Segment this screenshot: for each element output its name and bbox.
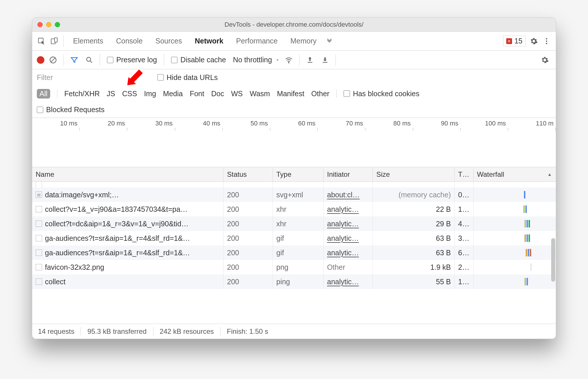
cell-initiator[interactable]: about:cl…: [324, 187, 373, 202]
type-js[interactable]: JS: [107, 90, 115, 98]
hide-data-urls-checkbox[interactable]: Hide data URLs: [157, 73, 218, 82]
tab-elements[interactable]: Elements: [67, 32, 110, 50]
timeline-overview[interactable]: 10 ms20 ms30 ms40 ms50 ms60 ms70 ms80 ms…: [32, 118, 556, 167]
type-ws[interactable]: WS: [231, 90, 243, 98]
inspect-element-icon[interactable]: [35, 35, 48, 48]
svg-rect-2: [55, 38, 57, 42]
settings-icon[interactable]: [527, 35, 540, 48]
timeline-tick: 70 ms: [318, 120, 365, 127]
cell-type: [273, 182, 324, 187]
column-status[interactable]: Status: [224, 167, 273, 181]
tab-memory[interactable]: Memory: [284, 32, 323, 50]
column-size[interactable]: Size: [373, 167, 455, 181]
status-bar: 14 requests 95.3 kB transferred 242 kB r…: [32, 324, 556, 339]
search-icon[interactable]: [83, 54, 96, 66]
checkbox-icon: [157, 74, 164, 81]
cell-time: 3…: [455, 231, 473, 245]
type-other[interactable]: Other: [311, 90, 330, 98]
type-font[interactable]: Font: [190, 90, 204, 98]
cell-initiator[interactable]: analytic…: [324, 274, 373, 289]
tab-console[interactable]: Console: [110, 32, 149, 50]
column-type[interactable]: Type: [273, 167, 324, 181]
device-toolbar-icon[interactable]: [48, 35, 61, 48]
column-time[interactable]: T…: [455, 167, 473, 181]
chevron-down-icon: [275, 57, 280, 63]
cell-status: [224, 182, 273, 187]
cell-status: 200: [224, 245, 273, 260]
svg-point-5: [546, 43, 547, 44]
minimize-window-button[interactable]: [46, 22, 51, 27]
type-wasm[interactable]: Wasm: [250, 90, 270, 98]
file-icon: [36, 249, 42, 256]
type-css[interactable]: CSS: [122, 90, 137, 98]
timeline-tick: 40 ms: [175, 120, 223, 127]
tab-sources[interactable]: Sources: [149, 32, 188, 50]
clear-icon[interactable]: [47, 54, 59, 66]
table-row[interactable]: collect200pinganalytic…55 B1…: [32, 274, 556, 289]
checkbox-icon: [171, 57, 177, 63]
svg-point-4: [546, 40, 547, 42]
more-tabs-icon[interactable]: [323, 35, 336, 48]
table-row[interactable]: ga-audiences?t=sr&aip=1&_r=4&slf_rd=1&…2…: [32, 245, 556, 260]
error-count-badge[interactable]: ✕ 15: [503, 36, 526, 46]
request-name: favicon-32x32.png: [45, 263, 104, 272]
table-row[interactable]: [32, 182, 556, 187]
table-row[interactable]: favicon-32x32.png200pngOther1.9 kB2…: [32, 260, 556, 274]
type-media[interactable]: Media: [163, 90, 183, 98]
cell-initiator[interactable]: [324, 182, 373, 187]
column-initiator[interactable]: Initiator: [324, 167, 373, 181]
preserve-log-checkbox[interactable]: Preserve log: [107, 56, 157, 64]
tab-network[interactable]: Network: [188, 32, 230, 50]
upload-har-icon[interactable]: [304, 54, 316, 66]
filter-input[interactable]: Filter: [37, 73, 53, 82]
cell-name: ga-audiences?t=sr&aip=1&_r=4&slf_rd=1&…: [32, 245, 224, 260]
disable-cache-checkbox[interactable]: Disable cache: [171, 56, 226, 64]
cell-name: collect: [32, 274, 224, 289]
table-row[interactable]: ▤data:image/svg+xml;…200svg+xmlabout:cl……: [32, 187, 556, 202]
type-fetch-xhr[interactable]: Fetch/XHR: [64, 90, 100, 98]
cell-initiator[interactable]: analytic…: [324, 245, 373, 260]
file-icon: [36, 235, 42, 241]
close-window-button[interactable]: [37, 22, 43, 27]
svg-rect-9: [308, 62, 312, 63]
column-waterfall[interactable]: Waterfall: [473, 167, 556, 181]
filter-icon[interactable]: [68, 54, 81, 66]
type-all[interactable]: All: [37, 89, 50, 99]
table-row[interactable]: collect?v=1&_v=j90&a=1837457034&t=pa…200…: [32, 202, 556, 216]
cell-size: 55 B: [373, 274, 455, 289]
type-doc[interactable]: Doc: [211, 90, 224, 98]
filter-bar: Filter Hide data URLs: [32, 69, 556, 85]
throttling-select[interactable]: No throttling: [233, 56, 280, 64]
maximize-window-button[interactable]: [55, 22, 60, 27]
record-button[interactable]: [37, 56, 44, 64]
download-har-icon[interactable]: [319, 54, 331, 66]
network-conditions-icon[interactable]: [282, 54, 295, 66]
table-row[interactable]: collect?t=dc&aip=1&_r=3&v=1&_v=j90&tid…2…: [32, 216, 556, 231]
cell-name: [32, 182, 224, 187]
status-requests: 14 requests: [38, 327, 74, 336]
cell-waterfall: [473, 245, 556, 260]
cell-time: 6…: [455, 245, 473, 260]
type-img[interactable]: Img: [144, 90, 156, 98]
has-blocked-cookies-checkbox[interactable]: Has blocked cookies: [344, 90, 419, 98]
svg-rect-10: [323, 62, 327, 63]
type-manifest[interactable]: Manifest: [277, 90, 304, 98]
timeline-tick: 80 ms: [365, 120, 413, 127]
cell-initiator[interactable]: analytic…: [324, 202, 373, 216]
cell-initiator[interactable]: analytic…: [324, 216, 373, 231]
blocked-requests-checkbox[interactable]: Blocked Requests: [37, 105, 105, 114]
cell-time: [455, 182, 473, 187]
network-settings-icon[interactable]: [538, 54, 551, 66]
more-icon[interactable]: [540, 35, 553, 48]
cell-waterfall: [473, 182, 556, 187]
tab-performance[interactable]: Performance: [230, 32, 284, 50]
cell-initiator[interactable]: analytic…: [324, 231, 373, 245]
cell-waterfall: [473, 202, 556, 216]
cell-type: png: [273, 260, 324, 274]
cell-type: gif: [273, 231, 324, 245]
cell-status: 200: [224, 274, 273, 289]
column-name[interactable]: Name: [32, 167, 224, 181]
status-transferred: 95.3 kB transferred: [87, 327, 146, 336]
resource-type-filters: All Fetch/XHR JS CSS Img Media Font Doc …: [32, 85, 556, 102]
table-row[interactable]: ga-audiences?t=sr&aip=1&_r=4&slf_rd=1&…2…: [32, 231, 556, 245]
